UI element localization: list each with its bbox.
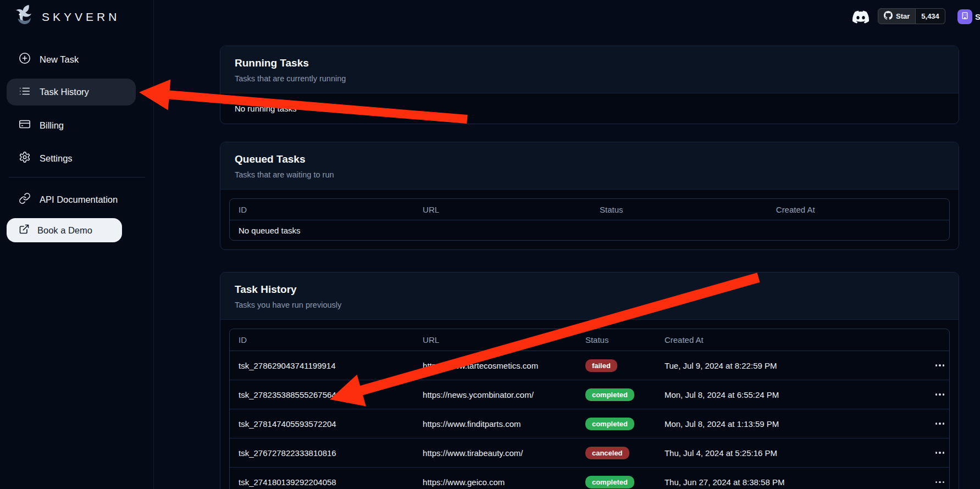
row-actions-menu-icon[interactable]	[933, 361, 948, 370]
row-actions-menu-icon[interactable]	[933, 448, 948, 457]
column-header-id: ID	[230, 205, 414, 214]
queued-tasks-empty-message: No queued tasks	[230, 220, 949, 240]
table-header-row: ID URL Status Created At	[230, 329, 949, 351]
card-title: Task History	[235, 284, 944, 296]
task-status-cell: completed	[577, 476, 656, 488]
task-history-card: Task History Tasks you have run previous…	[220, 272, 959, 489]
card-description: Tasks that are waiting to run	[235, 170, 944, 179]
task-id-cell: tsk_278235388555267564	[230, 390, 414, 399]
task-url-cell: https://www.tirabeauty.com/	[414, 448, 577, 458]
task-id-cell: tsk_274180139292204058	[230, 477, 414, 487]
sidebar-item-new-task[interactable]: New Task	[7, 46, 136, 73]
sidebar-item-settings[interactable]: Settings	[7, 145, 136, 171]
queued-tasks-card: Queued Tasks Tasks that are waiting to r…	[220, 142, 959, 250]
table-header-row: ID URL Status Created At	[230, 199, 949, 220]
task-id-cell: tsk_278629043741199914	[230, 361, 414, 370]
sidebar-item-label: Settings	[40, 153, 73, 164]
status-badge: failed	[585, 359, 617, 372]
task-id-cell: tsk_278147405593572204	[230, 419, 414, 429]
sidebar-item-label: Billing	[40, 120, 64, 131]
sidebar: SKYVERN New Task Task History Billing	[0, 0, 154, 489]
table-row[interactable]: tsk_278147405593572204https://www.findit…	[230, 409, 949, 438]
task-history-table: ID URL Status Created At tsk_27862904374…	[229, 329, 950, 489]
queued-tasks-header: Queued Tasks Tasks that are waiting to r…	[220, 142, 959, 190]
task-actions-cell	[909, 390, 949, 399]
github-icon	[884, 11, 893, 21]
column-header-status: Status	[577, 335, 656, 344]
table-row[interactable]: tsk_274180139292204058https://www.geico.…	[230, 468, 949, 489]
table-row[interactable]: tsk_278629043741199914https://www.tartec…	[230, 351, 949, 380]
task-actions-cell	[909, 448, 949, 457]
external-link-icon	[19, 224, 30, 237]
list-icon	[19, 85, 31, 99]
column-header-created-at: Created At	[767, 205, 949, 214]
column-header-url: URL	[414, 205, 591, 214]
task-status-cell: completed	[577, 418, 656, 430]
table-row[interactable]: tsk_276727822333810816https://www.tirabe…	[230, 438, 949, 468]
sidebar-divider	[9, 177, 145, 177]
organization-building-icon	[961, 12, 969, 22]
cta-label: Book a Demo	[37, 225, 92, 236]
book-a-demo-button[interactable]: Book a Demo	[7, 218, 122, 242]
sidebar-item-label: New Task	[40, 54, 79, 65]
task-status-cell: canceled	[577, 447, 656, 459]
status-badge: completed	[585, 388, 634, 401]
sidebar-item-label: Task History	[40, 87, 89, 97]
task-status-cell: failed	[577, 359, 656, 372]
task-history-table-body: tsk_278629043741199914https://www.tartec…	[230, 351, 949, 489]
task-history-header: Task History Tasks you have run previous…	[220, 273, 959, 320]
task-id-cell: tsk_276727822333810816	[230, 448, 414, 458]
topbar: Star 5,434 S	[0, 0, 980, 33]
task-created-at-cell: Tue, Jul 9, 2024 at 8:22:59 PM	[656, 361, 909, 370]
task-created-at-cell: Mon, Jul 8, 2024 at 6:55:24 PM	[656, 390, 909, 399]
task-url-cell: https://www.finditparts.com	[414, 419, 577, 429]
column-header-url: URL	[414, 335, 577, 344]
link-icon	[19, 192, 31, 207]
skyvern-app: { "app": { "brand": "SKYVERN" }, "sideba…	[0, 0, 980, 489]
card-title: Queued Tasks	[235, 153, 944, 165]
sidebar-item-task-history[interactable]: Task History	[7, 79, 136, 105]
task-created-at-cell: Mon, Jul 8, 2024 at 1:13:59 PM	[656, 419, 909, 429]
status-badge: completed	[585, 418, 634, 430]
avatar[interactable]	[957, 9, 972, 24]
running-tasks-header: Running Tasks Tasks that are currently r…	[220, 46, 959, 93]
github-star-count[interactable]: 5,434	[916, 8, 945, 24]
queued-tasks-table: ID URL Status Created At No queued tasks	[229, 198, 950, 241]
task-created-at-cell: Thu, Jul 4, 2024 at 5:25:16 PM	[656, 448, 909, 458]
discord-icon[interactable]	[852, 9, 869, 25]
credit-card-icon	[19, 118, 31, 132]
column-header-id: ID	[230, 335, 414, 344]
status-badge: completed	[585, 476, 634, 488]
status-badge: canceled	[585, 447, 629, 459]
sidebar-item-api-documentation[interactable]: API Documentation	[7, 186, 136, 213]
github-star-button[interactable]: Star	[878, 8, 916, 24]
card-description: Tasks you have run previously	[235, 301, 944, 309]
column-header-created-at: Created At	[656, 335, 909, 344]
sidebar-item-billing[interactable]: Billing	[7, 112, 136, 138]
card-description: Tasks that are currently running	[235, 74, 944, 83]
profile-name-partial[interactable]: S	[975, 12, 980, 21]
github-star-widget: Star 5,434	[878, 8, 945, 24]
task-actions-cell	[909, 478, 949, 487]
github-star-label: Star	[896, 12, 910, 20]
row-actions-menu-icon[interactable]	[933, 419, 948, 428]
gear-icon	[19, 151, 31, 165]
task-actions-cell	[909, 361, 949, 370]
sidebar-item-label: API Documentation	[40, 195, 118, 205]
plus-circle-icon	[19, 52, 31, 66]
task-url-cell: https://www.geico.com	[414, 477, 577, 487]
running-tasks-empty-message: No running tasks	[220, 93, 959, 124]
column-header-status: Status	[591, 205, 767, 214]
table-row[interactable]: tsk_278235388555267564https://news.ycomb…	[230, 380, 949, 409]
task-url-cell: https://news.ycombinator.com/	[414, 390, 577, 399]
card-title: Running Tasks	[235, 57, 944, 69]
row-actions-menu-icon[interactable]	[933, 390, 948, 399]
task-url-cell: https://www.tartecosmetics.com	[414, 361, 577, 370]
task-created-at-cell: Thu, Jun 27, 2024 at 8:38:58 PM	[656, 477, 909, 487]
task-actions-cell	[909, 419, 949, 428]
running-tasks-card: Running Tasks Tasks that are currently r…	[220, 46, 959, 124]
row-actions-menu-icon[interactable]	[933, 478, 948, 487]
task-status-cell: completed	[577, 388, 656, 401]
